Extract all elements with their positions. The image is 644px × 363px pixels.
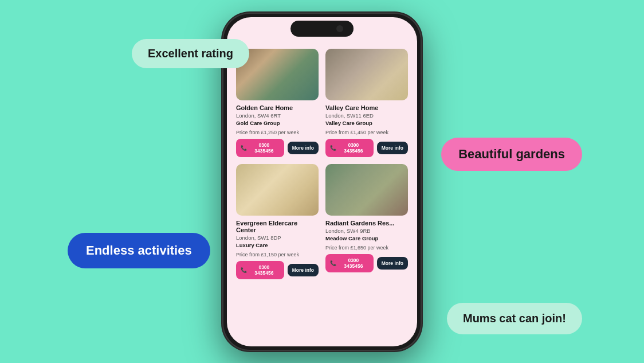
endless-activities-badge: Endless activities <box>68 233 210 268</box>
listing-location-golden: London, SW4 6RT <box>236 112 319 119</box>
phone-number-evergreen: 0300 3435456 <box>249 264 280 276</box>
listing-price-valley: Price from £1,450 per week <box>325 130 408 135</box>
beautiful-gardens-badge: Beautiful gardens <box>441 138 582 171</box>
more-info-button-valley[interactable]: More info <box>377 142 408 154</box>
excellent-rating-badge: Excellent rating <box>132 39 249 68</box>
more-info-button-evergreen[interactable]: More info <box>288 264 319 276</box>
phone-number-radiant: 0300 3435456 <box>338 257 369 269</box>
listing-name-valley: Valley Care Home <box>325 104 408 111</box>
listing-price-radiant: Price from £1,650 per week <box>325 245 408 251</box>
phone-icon-radiant: 📞 <box>330 260 336 266</box>
phone-frame: Golden Care Home London, SW4 6RT Gold Ca… <box>222 13 422 351</box>
listing-price-evergreen: Price from £1,150 per week <box>236 252 319 257</box>
more-info-button-radiant[interactable]: More info <box>377 257 408 270</box>
listing-group-valley: Valley Care Group <box>325 120 408 126</box>
listing-group-golden: Gold Care Group <box>236 120 319 126</box>
cat-join-badge: Mums cat can join! <box>447 303 582 334</box>
listing-card-evergreen: Evergreen Eldercare Center London, SW1 8… <box>236 164 319 279</box>
listing-actions-evergreen: 📞 0300 3435456 More info <box>236 261 319 279</box>
listing-group-evergreen: Luxury Care <box>236 242 319 248</box>
phone-number-golden: 0300 3435456 <box>249 142 280 154</box>
listing-actions-golden: 📞 0300 3435456 More info <box>236 139 319 157</box>
screen-content: Golden Care Home London, SW4 6RT Gold Ca… <box>227 17 417 346</box>
listing-actions-valley: 📞 0300 3435456 More info <box>325 139 408 157</box>
call-button-radiant[interactable]: 📞 0300 3435456 <box>325 254 374 272</box>
listing-name-evergreen: Evergreen Eldercare Center <box>236 220 319 233</box>
listing-actions-radiant: 📞 0300 3435456 More info <box>325 254 408 272</box>
phone-icon-golden: 📞 <box>241 145 247 151</box>
phone-notch <box>290 21 354 37</box>
more-info-button-golden[interactable]: More info <box>288 142 319 154</box>
call-button-evergreen[interactable]: 📞 0300 3435456 <box>236 261 284 279</box>
listing-location-valley: London, SW11 6ED <box>325 112 408 119</box>
listing-image-evergreen <box>236 164 319 216</box>
listing-name-golden: Golden Care Home <box>236 104 319 111</box>
listing-group-radiant: Meadow Care Group <box>325 235 408 241</box>
listing-name-radiant: Radiant Gardens Res... <box>325 220 408 227</box>
listing-price-golden: Price from £1,250 per week <box>236 130 319 135</box>
listing-image-valley <box>325 49 408 100</box>
phone-number-valley: 0300 3435456 <box>338 142 369 154</box>
call-button-valley[interactable]: 📞 0300 3435456 <box>325 139 374 157</box>
listing-card-radiant: Radiant Gardens Res... London, SW4 9RB M… <box>325 164 408 279</box>
listing-card-valley: Valley Care Home London, SW11 6ED Valley… <box>325 49 408 157</box>
listing-location-radiant: London, SW4 9RB <box>325 228 408 234</box>
call-button-golden[interactable]: 📞 0300 3435456 <box>236 139 284 157</box>
listing-location-evergreen: London, SW1 8DP <box>236 235 319 241</box>
listings-grid: Golden Care Home London, SW4 6RT Gold Ca… <box>236 49 408 279</box>
listing-image-radiant <box>325 164 408 216</box>
phone-icon-evergreen: 📞 <box>241 267 247 273</box>
phone-icon-valley: 📞 <box>330 145 336 151</box>
phone-screen: Golden Care Home London, SW4 6RT Gold Ca… <box>227 17 417 346</box>
listing-card-golden: Golden Care Home London, SW4 6RT Gold Ca… <box>236 49 319 157</box>
